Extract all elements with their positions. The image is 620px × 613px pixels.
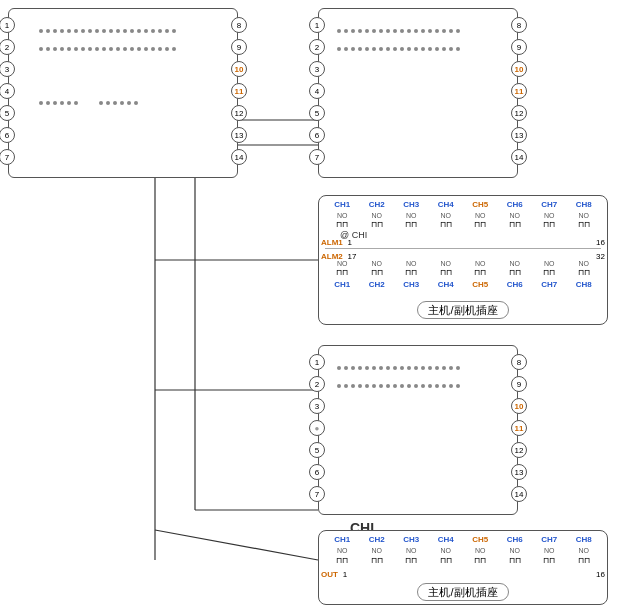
no-labels-bottom: NO NO NO NO NO NO NO NO [325,547,601,554]
pin-bl-10: 10 [511,398,527,414]
pin-tr-8: 8 [511,17,527,33]
pin-tr-1: 1 [309,17,325,33]
pin-tr-11: 11 [511,83,527,99]
no-labels-1: NO NO NO NO NO NO NO NO [325,212,601,219]
pin-bl-12: 12 [511,442,527,458]
terminal-symbols-2: ⊓⊓ ⊓⊓ ⊓⊓ ⊓⊓ ⊓⊓ ⊓⊓ ⊓⊓ ⊓⊓ [325,268,601,277]
pin-bl-2: 2 [309,376,325,392]
terminal-block-bottom: CH1 CH2 CH3 CH4 CH5 CH6 CH7 CH8 NO NO NO… [318,530,608,605]
pin-tr-12: 12 [511,105,527,121]
dot-row-tr-mid [337,47,460,51]
pin-tl-9: 9 [231,39,247,55]
dot-row-tr-top [337,29,460,33]
pin-tr-6: 6 [309,127,325,143]
pin-tl-12: 12 [231,105,247,121]
alm1-num2: 16 [596,236,605,247]
diagram: 1 2 3 4 5 6 7 8 9 10 11 12 13 14 [0,0,620,613]
terminal-title-top: 主机/副机插座 [319,303,607,318]
pin-tl-1: 1 [0,17,15,33]
pin-tl-5: 5 [0,105,15,121]
pin-tl-13: 13 [231,127,247,143]
pin-tr-10: 10 [511,61,527,77]
pin-tr-9: 9 [511,39,527,55]
pin-tl-11: 11 [231,83,247,99]
pin-tl-6: 6 [0,127,15,143]
pin-tr-14: 14 [511,149,527,165]
ch-labels-bottom-block: CH1 CH2 CH3 CH4 CH5 CH6 CH7 CH8 [325,535,601,544]
pin-tr-4: 4 [309,83,325,99]
ch-labels-bottom: CH1 CH2 CH3 CH4 CH5 CH6 CH7 CH8 [325,280,601,289]
box-bottomleft: 1 2 3 ● 5 6 7 8 9 10 11 12 13 14 [318,345,518,515]
pin-tr-7: 7 [309,149,325,165]
divider-line [325,248,601,249]
pin-tl-7: 7 [0,149,15,165]
terminal-title-bottom: 主机/副机插座 [319,585,607,600]
pin-tr-2: 2 [309,39,325,55]
pin-tr-5: 5 [309,105,325,121]
pin-bl-8: 8 [511,354,527,370]
wire-label-chi: @ CHI [340,230,367,240]
svg-line-2 [155,530,318,560]
dot-row-top [39,29,176,33]
terminal-block-top: CH1 CH2 CH3 CH4 CH5 CH6 CH7 CH8 NO NO NO… [318,195,608,325]
dot-cluster-right [99,101,138,105]
dot-row-bl-top [337,366,460,370]
pin-bl-5: 5 [309,442,325,458]
terminal-symbols-1: ⊓⊓ ⊓⊓ ⊓⊓ ⊓⊓ ⊓⊓ ⊓⊓ ⊓⊓ ⊓⊓ [325,220,601,229]
out-num2: 16 [596,568,605,579]
pin-bl-4: ● [309,420,325,436]
box-topleft: 1 2 3 4 5 6 7 8 9 10 11 12 13 14 [8,8,238,178]
pin-tl-8: 8 [231,17,247,33]
pin-bl-1: 1 [309,354,325,370]
pin-bl-3: 3 [309,398,325,414]
pin-tl-14: 14 [231,149,247,165]
dot-row-mid [39,47,176,51]
pin-tl-2: 2 [0,39,15,55]
pin-tl-4: 4 [0,83,15,99]
pin-bl-9: 9 [511,376,527,392]
dot-cluster-left [39,101,78,105]
out-label: OUT 1 [321,568,347,579]
pin-tr-3: 3 [309,61,325,77]
pin-bl-7: 7 [309,486,325,502]
box-topright: 1 2 3 4 5 6 7 8 9 10 11 12 13 14 [318,8,518,178]
pin-bl-6: 6 [309,464,325,480]
pin-bl-13: 13 [511,464,527,480]
pin-tl-3: 3 [0,61,15,77]
pin-bl-11: 11 [511,420,527,436]
pin-tl-10: 10 [231,61,247,77]
terminal-symbols-bottom: ⊓⊓ ⊓⊓ ⊓⊓ ⊓⊓ ⊓⊓ ⊓⊓ ⊓⊓ ⊓⊓ [325,556,601,565]
ch-labels-top: CH1 CH2 CH3 CH4 CH5 CH6 CH7 CH8 [325,200,601,209]
no-labels-2: NO NO NO NO NO NO NO NO [325,260,601,267]
dot-row-bl-mid [337,384,460,388]
pin-tr-13: 13 [511,127,527,143]
pin-bl-14: 14 [511,486,527,502]
